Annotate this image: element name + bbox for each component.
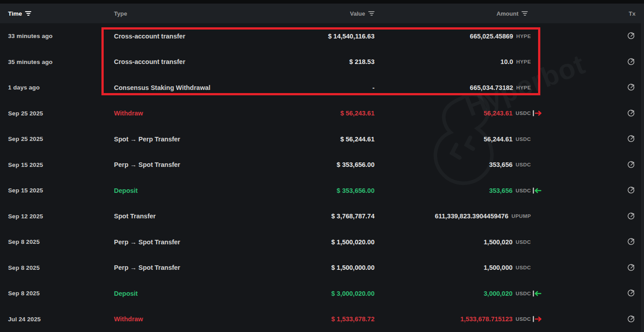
time-cell: Sep 8 2025 bbox=[0, 290, 107, 297]
value-cell: $ 3,000,020.00 bbox=[286, 290, 375, 297]
direction-slot bbox=[531, 315, 542, 323]
table-body: 33 minutes ago Cross-account transfer $ … bbox=[0, 23, 644, 332]
tx-explorer-link-icon[interactable] bbox=[627, 289, 636, 298]
table-row: Jul 24 2025 Withdraw $ 1,533,678.72 1,53… bbox=[0, 306, 644, 332]
time-cell: 1 days ago bbox=[0, 84, 107, 91]
type-cell: Deposit bbox=[107, 187, 286, 194]
direction-slot bbox=[531, 212, 542, 220]
time-cell: Sep 8 2025 bbox=[0, 238, 107, 245]
value-cell: $ 3,768,787.74 bbox=[286, 213, 375, 220]
withdraw-out-icon bbox=[532, 110, 542, 116]
table-row: Sep 12 2025 Spot Transfer $ 3,768,787.74… bbox=[0, 204, 644, 230]
table-row: Sep 15 2025 Perp → Spot Transfer $ 353,6… bbox=[0, 152, 644, 178]
amount-number: 353,656 bbox=[489, 161, 512, 168]
tx-cell bbox=[542, 83, 644, 92]
column-header-time[interactable]: Time bbox=[0, 10, 107, 17]
type-cell: Withdraw bbox=[107, 110, 286, 117]
amount-number: 665,025.45869 bbox=[470, 33, 513, 40]
column-label-amount: Amount bbox=[497, 10, 518, 17]
amount-number: 611,339,823.3904459476 bbox=[435, 213, 509, 220]
amount-cell: 353,656 USDC bbox=[375, 187, 542, 195]
amount-number: 1,533,678.715123 bbox=[460, 315, 513, 323]
value-cell: - bbox=[286, 84, 375, 91]
coin-label: USDC bbox=[516, 265, 531, 270]
amount-number: 665,034.73182 bbox=[470, 84, 513, 91]
tx-cell bbox=[542, 264, 644, 272]
tx-explorer-link-icon[interactable] bbox=[627, 83, 636, 92]
time-cell: 35 minutes ago bbox=[0, 59, 107, 65]
direction-slot bbox=[531, 109, 542, 117]
sort-filter-icon[interactable] bbox=[368, 11, 375, 16]
table-row: 35 minutes ago Cross-account transfer $ … bbox=[0, 49, 644, 75]
tx-cell bbox=[542, 32, 644, 40]
tx-explorer-link-icon[interactable] bbox=[627, 58, 636, 66]
deposit-in-icon bbox=[532, 187, 542, 194]
amount-number: 3,000,020 bbox=[484, 290, 513, 297]
column-label-value: Value bbox=[350, 10, 365, 17]
type-cell: Withdraw bbox=[107, 315, 286, 323]
table-row: Sep 8 2025 Perp → Spot Transfer $ 1,500,… bbox=[0, 255, 644, 281]
amount-cell: 1,500,020 USDC bbox=[375, 238, 542, 246]
tx-cell bbox=[542, 109, 644, 118]
amount-cell: 1,500,000 USDC bbox=[375, 264, 542, 272]
tx-explorer-link-icon[interactable] bbox=[627, 161, 636, 169]
direction-slot bbox=[531, 161, 542, 169]
coin-label: USDC bbox=[516, 316, 531, 322]
column-header-amount[interactable]: Amount bbox=[375, 10, 542, 17]
withdraw-out-icon bbox=[532, 316, 542, 322]
tx-explorer-link-icon[interactable] bbox=[627, 315, 636, 323]
amount-number: 56,244.61 bbox=[484, 136, 513, 143]
type-cell: Perp → Spot Transfer bbox=[107, 264, 286, 271]
scrollbar-track[interactable] bbox=[641, 23, 644, 332]
direction-slot bbox=[531, 264, 542, 272]
coin-label: HYPE bbox=[516, 34, 531, 39]
value-cell: $ 56,244.61 bbox=[286, 136, 375, 143]
time-cell: Sep 15 2025 bbox=[0, 162, 107, 168]
value-cell: $ 353,656.00 bbox=[286, 161, 375, 168]
sort-filter-icon[interactable] bbox=[25, 11, 31, 16]
type-cell: Consensus Staking Withdrawal bbox=[107, 84, 286, 91]
table-header: Time Type Value Amount Tx bbox=[0, 4, 644, 23]
time-cell: 33 minutes ago bbox=[0, 33, 107, 39]
amount-number: 10.0 bbox=[501, 58, 513, 65]
tx-explorer-link-icon[interactable] bbox=[627, 135, 636, 143]
tx-explorer-link-icon[interactable] bbox=[627, 109, 636, 118]
time-cell: Jul 24 2025 bbox=[0, 316, 107, 323]
deposit-in-icon bbox=[532, 290, 542, 297]
column-header-type: Type bbox=[107, 10, 286, 17]
tx-cell bbox=[542, 289, 644, 298]
tx-cell bbox=[542, 212, 644, 221]
amount-cell: 1,533,678.715123 USDC bbox=[375, 315, 542, 323]
coin-label: USDC bbox=[516, 188, 531, 193]
direction-slot bbox=[531, 238, 542, 246]
coin-label: HYPE bbox=[516, 85, 531, 90]
tx-explorer-link-icon[interactable] bbox=[627, 238, 636, 246]
table-row: Sep 25 2025 Withdraw $ 56,243.61 56,243.… bbox=[0, 101, 644, 127]
sort-filter-icon[interactable] bbox=[522, 11, 528, 16]
type-cell: Spot Transfer bbox=[107, 213, 286, 220]
time-cell: Sep 8 2025 bbox=[0, 264, 107, 271]
amount-cell: 665,025.45869 HYPE bbox=[375, 32, 542, 40]
value-cell: $ 1,500,020.00 bbox=[286, 238, 375, 246]
type-cell: Spot → Perp Transfer bbox=[107, 136, 286, 143]
table-row: Sep 25 2025 Spot → Perp Transfer $ 56,24… bbox=[0, 126, 644, 152]
column-header-value[interactable]: Value bbox=[286, 10, 375, 17]
tx-explorer-link-icon[interactable] bbox=[627, 264, 636, 272]
tx-explorer-link-icon[interactable] bbox=[627, 186, 636, 195]
type-cell: Cross-account transfer bbox=[107, 58, 286, 65]
coin-label: USDC bbox=[516, 291, 531, 296]
table-row: Sep 8 2025 Deposit $ 3,000,020.00 3,000,… bbox=[0, 281, 644, 306]
amount-cell: 353,656 USDC bbox=[375, 161, 542, 169]
type-cell: Perp → Spot Transfer bbox=[107, 161, 286, 168]
column-header-tx: Tx bbox=[542, 10, 644, 17]
column-label-time: Time bbox=[8, 10, 22, 17]
tx-explorer-link-icon[interactable] bbox=[627, 212, 636, 221]
direction-slot bbox=[531, 135, 542, 143]
table-row: 1 days ago Consensus Staking Withdrawal … bbox=[0, 75, 644, 101]
coin-label: UPUMP bbox=[511, 213, 531, 219]
tx-cell bbox=[542, 161, 644, 169]
tx-explorer-link-icon[interactable] bbox=[627, 32, 636, 40]
tx-cell bbox=[542, 238, 644, 246]
tx-cell bbox=[542, 186, 644, 195]
tx-cell bbox=[542, 315, 644, 323]
